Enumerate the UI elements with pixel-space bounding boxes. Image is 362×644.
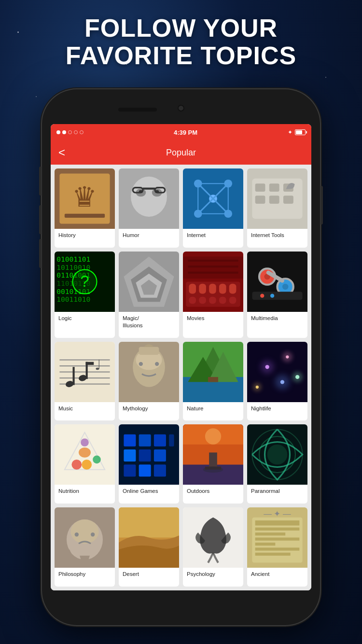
headline-line2: FAVORITE TOPICS (0, 42, 362, 70)
topic-card-philosophy[interactable]: Philosophy (55, 507, 115, 587)
topic-label-history: History (55, 229, 115, 243)
topic-card-multimedia[interactable]: Multimedia (247, 252, 307, 338)
topic-image-nutrition (55, 424, 115, 485)
topic-card-nutrition[interactable]: Nutrition (55, 424, 115, 504)
topic-card-nature[interactable]: Nature (183, 342, 243, 421)
speaker (118, 108, 157, 112)
svg-point-134 (205, 429, 221, 445)
svg-point-89 (139, 362, 143, 365)
svg-rect-71 (252, 292, 302, 300)
svg-rect-97 (208, 377, 218, 381)
status-right: ✦ (288, 129, 306, 136)
topic-card-mythology[interactable]: Mythology (119, 342, 179, 421)
topic-label-nature: Nature (183, 402, 243, 416)
svg-text:♩: ♩ (95, 357, 101, 373)
svg-rect-118 (139, 434, 151, 447)
svg-rect-58 (209, 297, 216, 304)
topic-image-internet-tools (247, 168, 307, 229)
topic-card-outdoors[interactable]: Outdoors (183, 424, 243, 504)
topic-image-humor (119, 168, 179, 229)
topic-image-logic: 0100110110110010011010011101011000101101… (55, 252, 115, 312)
topic-label-music: Music (55, 402, 115, 416)
dot-5 (80, 130, 84, 134)
topic-card-humor[interactable]: Humor (119, 168, 179, 248)
svg-point-142 (75, 532, 79, 536)
svg-rect-51 (189, 283, 196, 294)
topics-grid[interactable]: ♛HistoryHumorInternetInternet Tools01001… (51, 165, 311, 590)
topic-card-movies[interactable]: Movies (183, 252, 243, 338)
topic-image-online-games (119, 424, 179, 485)
svg-point-107 (256, 385, 259, 388)
topic-card-music[interactable]: ♩Music (55, 342, 115, 421)
dot-3 (68, 130, 72, 134)
dot-1 (56, 130, 60, 134)
topic-card-internet[interactable]: Internet (183, 168, 243, 248)
topic-card-magic[interactable]: Magic/ Illusions (119, 252, 179, 338)
svg-rect-55 (229, 283, 237, 294)
svg-rect-126 (154, 465, 166, 477)
svg-text:01001101: 01001101 (56, 255, 90, 263)
battery-icon (295, 129, 306, 135)
topic-card-online-games[interactable]: Online Games (119, 424, 179, 504)
topic-label-movies: Movies (183, 312, 243, 326)
svg-point-115 (81, 439, 89, 447)
topic-card-internet-tools[interactable]: Internet Tools (247, 168, 307, 248)
svg-rect-32 (255, 196, 265, 204)
topic-label-paranormal: Paranormal (247, 485, 307, 499)
svg-point-72 (260, 294, 264, 297)
phone-shell: 4:39 PM ✦ < Popular ♛HistoryHumorInterne… (42, 89, 320, 625)
topic-card-desert[interactable]: Desert (119, 507, 179, 587)
svg-point-113 (93, 456, 101, 464)
svg-rect-131 (209, 453, 217, 468)
topic-image-desert (119, 507, 179, 568)
status-bar: 4:39 PM ✦ (51, 124, 311, 140)
svg-point-141 (70, 519, 98, 544)
topic-image-mythology (119, 342, 179, 402)
svg-rect-154 (255, 548, 300, 551)
svg-rect-145 (119, 507, 179, 538)
svg-point-104 (265, 364, 269, 368)
svg-rect-155 (255, 553, 291, 556)
svg-rect-81 (73, 367, 75, 385)
svg-rect-153 (255, 543, 276, 546)
topic-label-desert: Desert (119, 568, 179, 582)
topic-image-nature (183, 342, 243, 402)
topic-image-history: ♛ (55, 168, 115, 229)
back-button[interactable]: < (58, 146, 73, 159)
svg-rect-33 (269, 196, 279, 204)
topic-image-ancient: — ✦ — (247, 507, 307, 568)
topic-card-history[interactable]: ♛History (55, 168, 115, 248)
svg-rect-84 (86, 362, 94, 364)
dot-2 (62, 130, 66, 134)
dot-4 (74, 130, 78, 134)
topic-card-nightlife[interactable]: Nightlife (247, 342, 307, 421)
topic-label-outdoors: Outdoors (183, 485, 243, 499)
svg-rect-53 (209, 283, 216, 294)
svg-rect-34 (283, 196, 293, 204)
svg-rect-149 (255, 520, 300, 525)
bluetooth-icon: ✦ (288, 129, 292, 136)
svg-rect-62 (188, 259, 238, 261)
topic-label-internet: Internet (183, 229, 243, 243)
svg-rect-54 (219, 283, 226, 294)
svg-point-111 (71, 460, 82, 470)
svg-rect-121 (124, 449, 136, 462)
svg-rect-150 (255, 528, 300, 531)
svg-rect-124 (124, 465, 136, 477)
topic-image-movies (183, 252, 243, 312)
svg-rect-30 (269, 183, 279, 192)
topic-label-nutrition: Nutrition (55, 485, 115, 499)
svg-point-5 (131, 177, 167, 217)
topic-label-nightlife: Nightlife (247, 402, 307, 416)
topic-image-psychology (183, 507, 243, 568)
topic-card-paranormal[interactable]: Paranormal (247, 424, 307, 504)
topic-card-ancient[interactable]: — ✦ —Ancient (247, 507, 307, 587)
svg-rect-29 (255, 183, 265, 192)
topic-card-logic[interactable]: 0100110110110010011010011101011000101101… (55, 252, 115, 338)
svg-point-133 (203, 467, 223, 473)
svg-rect-3 (65, 214, 105, 218)
svg-rect-91 (139, 347, 159, 355)
topic-image-music: ♩ (55, 342, 115, 402)
topic-image-paranormal (247, 424, 307, 485)
topic-card-psychology[interactable]: Psychology (183, 507, 243, 587)
